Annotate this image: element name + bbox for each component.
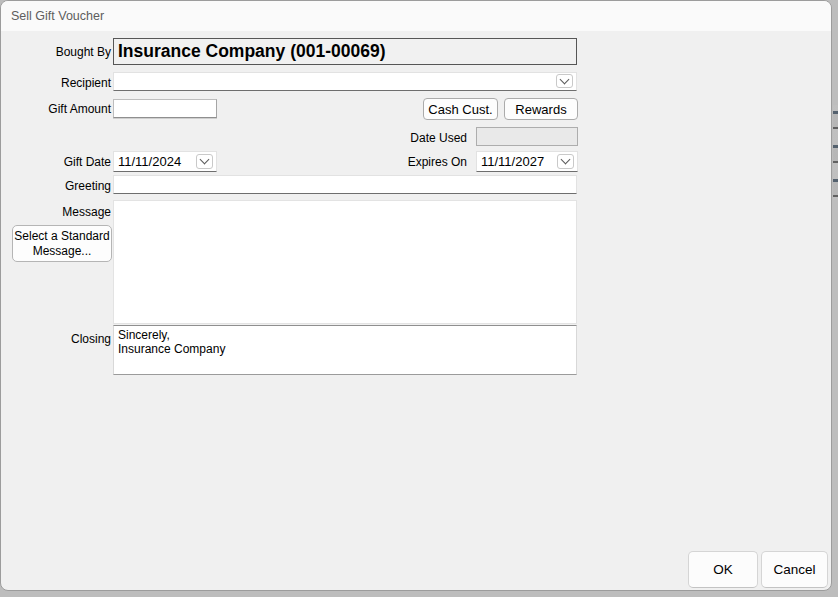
bought-by-label: Bought By [1,45,111,59]
date-used-field [476,127,578,146]
cash-cust-button[interactable]: Cash Cust. [423,98,498,120]
chevron-down-icon [560,74,570,84]
select-standard-message-line1: Select a Standard [14,229,109,244]
cancel-button[interactable]: Cancel [761,551,828,588]
recipient-label: Recipient [1,76,111,90]
expires-on-dropdown-button[interactable] [557,154,574,169]
expires-on-value: 11/11/2027 [481,154,544,169]
closing-textbox[interactable]: Sincerely, Insurance Company [113,325,577,375]
rewards-button[interactable]: Rewards [504,98,578,120]
dialog-title: Sell Gift Voucher [11,1,104,31]
sell-gift-voucher-dialog: Sell Gift Voucher Bought By Insurance Co… [0,0,832,591]
chevron-down-icon [561,155,571,165]
dialog-titlebar[interactable]: Sell Gift Voucher [1,1,831,31]
greeting-input[interactable] [113,175,577,194]
background-window-sliver [833,105,838,200]
closing-line: Sincerely, [118,328,572,342]
message-label: Message [1,205,111,219]
gift-amount-input[interactable] [113,99,217,118]
gift-amount-label: Gift Amount [1,102,111,116]
date-used-label: Date Used [1,131,467,145]
closing-line: Insurance Company [118,342,572,356]
expires-on-picker[interactable]: 11/11/2027 [476,151,578,172]
select-standard-message-line2: Message... [33,244,92,259]
expires-on-label: Expires On [1,155,467,169]
select-standard-message-button[interactable]: Select a Standard Message... [12,225,112,262]
message-textarea[interactable] [113,200,577,324]
bought-by-field: Insurance Company (001-00069) [113,38,577,65]
recipient-combobox[interactable] [113,72,577,91]
recipient-dropdown-button[interactable] [556,74,573,88]
ok-button[interactable]: OK [688,551,758,588]
greeting-label: Greeting [1,179,111,193]
closing-label: Closing [1,332,111,346]
